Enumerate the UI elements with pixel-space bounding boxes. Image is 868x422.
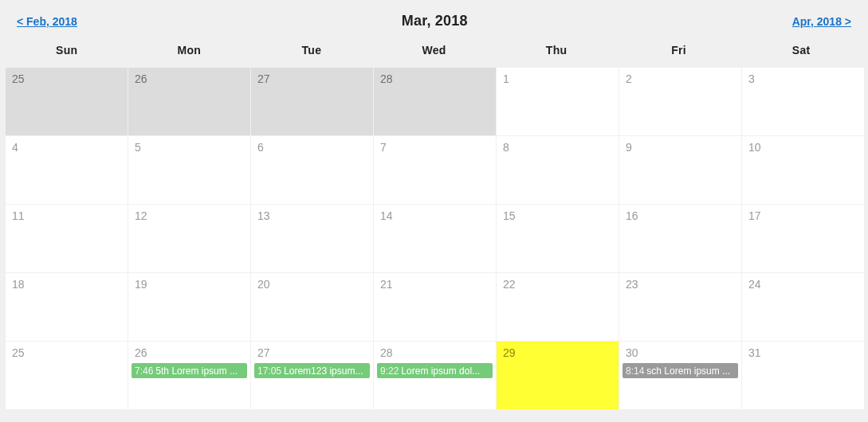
day-number: 11 <box>9 208 124 224</box>
day-number: 21 <box>377 276 493 292</box>
prev-month-link[interactable]: < Feb, 2018 <box>17 15 77 28</box>
calendar-day-cell[interactable]: 29 <box>497 342 619 409</box>
calendar-day-cell[interactable]: 19 <box>128 273 250 341</box>
day-number: 28 <box>377 345 493 361</box>
day-number: 27 <box>254 345 370 361</box>
calendar-day-cell[interactable]: 7 <box>374 136 496 204</box>
calendar-day-cell[interactable]: 9 <box>619 136 741 204</box>
day-number: 14 <box>377 208 493 224</box>
day-number: 7 <box>377 139 493 155</box>
calendar-day-cell[interactable]: 15 <box>497 205 619 272</box>
day-number: 29 <box>500 345 615 361</box>
calendar-day-cell[interactable]: 12 <box>128 205 250 272</box>
day-number: 5 <box>132 139 247 155</box>
event-title: 5th Lorem ipsum ... <box>155 365 244 377</box>
day-number: 17 <box>745 208 861 224</box>
calendar-day-cell[interactable]: 28 <box>374 68 496 135</box>
event-title: sch Lorem ipsum ... <box>646 365 735 377</box>
day-number: 23 <box>623 276 738 292</box>
day-number: 6 <box>254 139 370 155</box>
calendar-day-cell[interactable]: 10 <box>742 136 864 204</box>
calendar-day-cell[interactable]: 21 <box>374 273 496 341</box>
calendar-day-cell[interactable]: 2 <box>619 68 741 135</box>
event-time: 8:14 <box>626 365 644 377</box>
calendar-grid: 2526272812345678910111213141516171819202… <box>6 68 862 409</box>
calendar-day-cell[interactable]: 23 <box>619 273 741 341</box>
calendar-day-cell[interactable]: 4 <box>6 136 128 204</box>
calendar-event[interactable]: 8:14sch Lorem ipsum ... <box>623 363 738 378</box>
calendar-day-cell[interactable]: 31 <box>742 342 864 409</box>
calendar-day-cell[interactable]: 20 <box>251 273 373 341</box>
day-number: 27 <box>254 71 370 87</box>
day-number: 26 <box>132 71 247 87</box>
calendar-day-cell[interactable]: 25 <box>6 342 128 409</box>
day-number: 10 <box>745 139 861 155</box>
calendar-day-cell[interactable]: 13 <box>251 205 373 272</box>
calendar-day-cell[interactable]: 8 <box>497 136 619 204</box>
calendar-day-cell[interactable]: 1 <box>497 68 619 135</box>
calendar-day-cell[interactable]: 289:22Lorem ipsum dol... <box>374 342 496 409</box>
day-number: 25 <box>9 71 124 87</box>
event-time: 17:05 <box>257 365 281 377</box>
calendar-day-cell[interactable]: 17 <box>742 205 864 272</box>
day-number: 2 <box>623 71 738 87</box>
day-number: 28 <box>377 71 493 87</box>
calendar-day-cell[interactable]: 27 <box>251 68 373 135</box>
next-month-link[interactable]: Apr, 2018 > <box>792 15 851 28</box>
calendar-day-cell[interactable]: 11 <box>6 205 128 272</box>
calendar-day-cell[interactable]: 267:465th Lorem ipsum ... <box>128 342 250 409</box>
calendar-day-cell[interactable]: 3 <box>742 68 864 135</box>
day-number: 3 <box>745 71 861 87</box>
calendar: < Feb, 2018 Mar, 2018 Apr, 2018 > SunMon… <box>6 0 862 409</box>
event-title: Lorem ipsum dol... <box>401 365 489 377</box>
calendar-day-cell[interactable]: 26 <box>128 68 250 135</box>
event-time: 9:22 <box>380 365 399 377</box>
day-number: 31 <box>745 345 861 361</box>
day-number: 26 <box>132 345 247 361</box>
calendar-event[interactable]: 7:465th Lorem ipsum ... <box>132 363 247 378</box>
day-number: 20 <box>254 276 370 292</box>
calendar-day-cell[interactable]: 5 <box>128 136 250 204</box>
weekday-header: SunMonTueWedThuFriSat <box>6 41 862 68</box>
day-number: 19 <box>132 276 247 292</box>
weekday-label: Sun <box>6 41 128 60</box>
calendar-day-cell[interactable]: 14 <box>374 205 496 272</box>
day-number: 22 <box>500 276 615 292</box>
day-number: 8 <box>500 139 615 155</box>
day-number: 25 <box>9 345 124 361</box>
day-number: 15 <box>500 208 615 224</box>
calendar-day-cell[interactable]: 24 <box>742 273 864 341</box>
weekday-label: Fri <box>618 41 740 60</box>
calendar-day-cell[interactable]: 25 <box>6 68 128 135</box>
calendar-event[interactable]: 9:22Lorem ipsum dol... <box>377 363 493 378</box>
day-number: 4 <box>9 139 124 155</box>
calendar-day-cell[interactable]: 18 <box>6 273 128 341</box>
day-number: 1 <box>500 71 615 87</box>
event-title: Lorem123 ipsum... <box>284 365 367 377</box>
calendar-day-cell[interactable]: 22 <box>497 273 619 341</box>
calendar-nav: < Feb, 2018 Mar, 2018 Apr, 2018 > <box>6 8 862 41</box>
calendar-day-cell[interactable]: 16 <box>619 205 741 272</box>
weekday-label: Wed <box>373 41 496 60</box>
calendar-day-cell[interactable]: 308:14sch Lorem ipsum ... <box>619 342 741 409</box>
calendar-day-cell[interactable]: 2717:05Lorem123 ipsum... <box>251 342 373 409</box>
weekday-label: Mon <box>128 41 251 60</box>
day-number: 16 <box>623 208 738 224</box>
weekday-label: Thu <box>495 41 618 60</box>
event-time: 7:46 <box>135 365 153 377</box>
day-number: 18 <box>9 276 124 292</box>
calendar-title: Mar, 2018 <box>402 13 468 29</box>
day-number: 13 <box>254 208 370 224</box>
day-number: 30 <box>623 345 738 361</box>
calendar-event[interactable]: 17:05Lorem123 ipsum... <box>254 363 370 378</box>
weekday-label: Sat <box>740 41 862 60</box>
calendar-day-cell[interactable]: 6 <box>251 136 373 204</box>
weekday-label: Tue <box>250 41 373 60</box>
day-number: 12 <box>132 208 247 224</box>
day-number: 24 <box>745 276 861 292</box>
day-number: 9 <box>623 139 738 155</box>
